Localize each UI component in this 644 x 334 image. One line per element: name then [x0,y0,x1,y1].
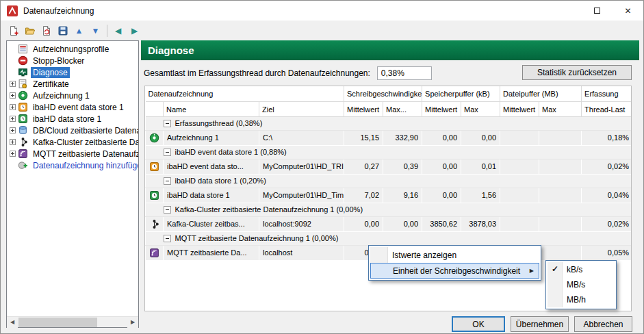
tree-expander-icon[interactable] [10,81,16,87]
column-group-schreibgeschwindigkeit[interactable]: Schreibgeschwindigkei... [344,86,422,101]
sidebar-item-ibahd-event-data-store[interactable]: ibaHD event data store 1 [7,101,138,113]
cell-thread-last[interactable]: 0,02% [582,159,632,174]
cell-dp-max[interactable] [539,188,582,203]
close-button[interactable]: ✕ [613,1,643,21]
group-row-erfassungsthread[interactable]: Erfassungsthread (0,38%) [146,116,632,130]
cell-dp-max[interactable] [539,245,582,260]
column-header-sp-mittelwert[interactable]: Mittelwert [422,101,461,116]
cell-sp-mittelwert[interactable]: 0,00 [422,130,461,145]
group-row-kafka[interactable]: Kafka-Cluster zeitbasierte Datenaufzeich… [146,203,632,216]
table-row-ibahd-event[interactable]: ibaHD event data sto... MyComputer01\HD_… [146,159,632,174]
ok-button[interactable]: OK [452,316,505,332]
maximize-button[interactable] [582,1,613,21]
save-button[interactable] [55,23,70,39]
group-row-mqtt[interactable]: MQTT zeitbasierte Datenaufzeichnung 1 (0… [146,231,632,245]
column-header-sg-max[interactable]: Max... [383,101,422,116]
scrollbar-thumb[interactable] [18,318,97,327]
cell-thread-last[interactable]: 0,05% [582,245,632,260]
tree-expander-icon[interactable] [10,127,16,133]
open-button[interactable] [22,23,38,39]
cell-dp-mittelwert[interactable] [500,130,539,145]
sidebar-item-diagnose[interactable]: Diagnose [7,66,138,78]
sidebar-item-db-cloud[interactable]: DB/Cloud zeitbasierte Datenaufze... [7,125,138,136]
table-row-ibahd-data[interactable]: ibaHD data store 1 MyComputer01\HD_Time2… [146,188,632,203]
menu-item-mb-s[interactable]: MB/s [548,277,615,292]
column-header-name[interactable]: Name [164,101,259,116]
cell-sp-mittelwert[interactable]: 0,00 [422,159,461,174]
column-group-dateipuffer[interactable]: Dateipuffer (MB) [500,86,582,101]
cell-sp-max[interactable]: 0,00 [461,130,500,145]
sidebar-item-add-recording[interactable]: Datenaufzeichnung hinzufügen ... [7,159,138,171]
collapse-icon[interactable] [164,149,171,156]
cancel-button[interactable]: Abbrechen [574,316,632,332]
sidebar-item-mqtt[interactable]: MQTT zeitbasierte Datenaufzeich... [7,148,138,159]
menu-item-kb-s[interactable]: ✓ kB/s [548,262,615,277]
cell-dp-mittelwert[interactable] [500,188,539,203]
menu-item-einheit-schreibgeschwindigkeit[interactable]: Einheit der Schreibgeschwindigkeit ▶ [370,263,539,279]
cell-name[interactable]: MQTT zeitbasierte Da... [164,245,259,260]
move-up-button[interactable]: ▲ [71,23,87,39]
cell-dp-mittelwert[interactable] [500,216,539,231]
cell-dp-max[interactable] [539,130,582,145]
cell-sp-max[interactable]: 3878,03 [461,216,500,231]
column-header-dp-mittelwert[interactable]: Mittelwert [500,101,539,116]
cell-dp-mittelwert[interactable] [500,159,539,174]
total-load-field[interactable] [377,66,432,80]
cell-sg-max[interactable]: 9,16 [383,188,422,203]
column-group-erfassung[interactable]: Erfassung [582,86,632,101]
cell-name[interactable]: Aufzeichnung 1 [164,130,259,145]
sidebar-item-aufzeichnungsprofile[interactable]: Aufzeichnungsprofile [7,43,138,55]
cell-sp-mittelwert[interactable]: 3850,62 [422,216,461,231]
table-row-aufzeichnung-1[interactable]: Aufzeichnung 1 C:\ 15,15 332,90 0,00 0,0… [146,130,632,145]
cell-thread-last[interactable]: 0,02% [582,216,632,231]
cell-sg-max[interactable]: 0,00 [383,216,422,231]
column-header-ziel[interactable]: Ziel [259,101,344,116]
cell-ziel[interactable]: C:\ [259,130,344,145]
menu-item-mb-h[interactable]: MB/h [548,292,615,307]
cell-thread-last[interactable]: 0,18% [582,130,632,145]
cell-ziel[interactable]: localhost:9092 [259,216,344,231]
column-header-sp-max[interactable]: Max [461,101,500,116]
tree-expander-icon[interactable] [10,92,16,99]
tree-expander-icon[interactable] [10,151,16,157]
cell-sp-mittelwert[interactable]: 0,00 [422,188,461,203]
scroll-right-icon[interactable]: ▶ [127,317,138,328]
cell-name[interactable]: ibaHD event data sto... [164,159,259,174]
apply-button[interactable]: Übernehmen [511,316,569,332]
collapse-icon[interactable] [164,235,171,242]
collapse-icon[interactable] [164,206,171,214]
navigate-back-button[interactable]: ◀ [110,23,126,39]
tree-expander-icon[interactable] [10,104,16,110]
cell-ziel[interactable]: MyComputer01\HD_TRIG [259,159,344,174]
cell-sg-mittelwert[interactable]: 0,00 [344,216,383,231]
cell-ziel[interactable]: localhost [259,245,344,260]
column-header-thread-last[interactable]: Thread-Last [582,101,632,116]
column-header-dp-max[interactable]: Max [539,101,582,116]
cell-sp-max[interactable]: 1,56 [461,188,500,203]
cell-name[interactable]: ibaHD data store 1 [164,188,259,203]
cell-thread-last[interactable]: 0,04% [582,188,632,203]
navigate-forward-button[interactable]: ▶ [127,23,142,39]
tree-expander-icon[interactable] [10,139,16,145]
group-row-ibahd-data[interactable]: ibaHD data store 1 (0,20%) [146,174,632,188]
move-down-button[interactable]: ▼ [88,23,103,39]
column-group-speicherpuffer[interactable]: Speicherpuffer (kB) [422,86,500,101]
cell-sg-mittelwert[interactable]: 0,27 [344,159,383,174]
sidebar-item-kafka-cluster[interactable]: Kafka-Cluster zeitbasierte Datenau... [7,136,138,148]
collapse-icon[interactable] [164,177,171,185]
sidebar-item-aufzeichnung-1[interactable]: Aufzeichnung 1 [7,90,138,101]
cell-sp-max[interactable]: 0,01 [461,159,500,174]
tree-horizontal-scrollbar[interactable]: ◀ ▶ [7,316,138,327]
sidebar-item-ibahd-data-store[interactable]: ibaHD data store 1 [7,113,138,125]
group-row-ibahd-event[interactable]: ibaHD event data store 1 (0,88%) [146,145,632,159]
table-row-kafka[interactable]: Kafka-Cluster zeitbas... localhost:9092 … [146,216,632,231]
cell-ziel[interactable]: MyComputer01\HD_Time2 [259,188,344,203]
reset-statistics-button[interactable]: Statistik zurücksetzen [522,65,632,80]
cell-name[interactable]: Kafka-Cluster zeitbas... [164,216,259,231]
cell-dp-max[interactable] [539,159,582,174]
tree-expander-icon[interactable] [10,116,16,122]
reload-config-button[interactable] [38,23,54,39]
scroll-left-icon[interactable]: ◀ [7,317,18,328]
column-group-datenaufzeichnung[interactable]: Datenaufzeichnung [146,86,344,101]
column-header-sg-mittelwert[interactable]: Mittelwert [344,101,383,116]
